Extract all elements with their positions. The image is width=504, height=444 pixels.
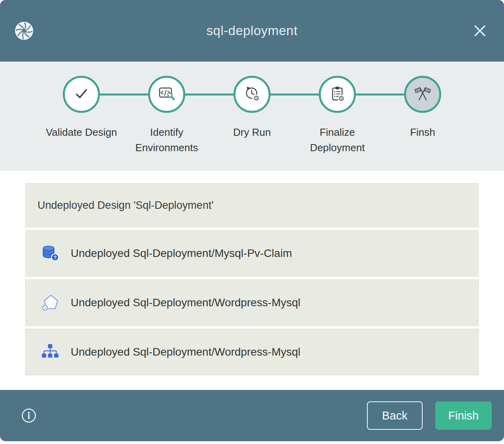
- result-row: ? Undeployed Sql-Deployment/Mysql-Pv-Cla…: [25, 230, 479, 277]
- deployment-results-panel: Undeployed Design 'Sql-Deployment' ? Und…: [25, 183, 479, 375]
- close-icon: [473, 33, 487, 39]
- results-area: Undeployed Design 'Sql-Deployment' ? Und…: [0, 171, 504, 390]
- step-circle: [63, 76, 100, 113]
- design-result-header: Undeployed Design 'Sql-Deployment': [25, 183, 479, 227]
- deployment-wizard-modal: sql-deployment: [0, 0, 504, 441]
- step-circle: [148, 76, 185, 113]
- close-button[interactable]: [473, 24, 487, 38]
- step-circle: ⚙: [233, 76, 271, 113]
- design-result-text: Undeployed Design 'Sql-Deployment': [38, 199, 214, 212]
- pod-pentagon-icon: [40, 292, 60, 313]
- back-button[interactable]: Back: [367, 401, 422, 430]
- step-label: Finalize Deployment: [301, 125, 374, 155]
- svg-text:⚙: ⚙: [253, 94, 260, 102]
- svg-text:?: ?: [54, 255, 57, 260]
- info-icon: [21, 419, 37, 425]
- check-icon: [72, 84, 90, 104]
- svg-text:⚙: ⚙: [338, 94, 344, 103]
- step-validate-design[interactable]: Validate Design: [39, 62, 124, 155]
- modal-footer: Back Finish: [0, 390, 504, 441]
- step-finish[interactable]: Finsh: [380, 62, 465, 155]
- info-button[interactable]: [21, 407, 37, 424]
- result-text: Undeployed Sql-Deployment/Wordpress-Mysq…: [71, 346, 301, 358]
- service-tree-icon: [40, 342, 60, 362]
- result-text: Undeployed Sql-Deployment/Wordpress-Mysq…: [71, 296, 301, 309]
- step-identify-environments[interactable]: Identify Environments: [124, 62, 209, 155]
- step-label: Validate Design: [46, 125, 117, 140]
- wizard-stepper: Validate Design: [0, 62, 504, 171]
- step-finalize-deployment[interactable]: ⚙ Finalize Deployment: [295, 62, 380, 155]
- code-wrench-icon: [158, 84, 176, 104]
- database-icon: ?: [40, 243, 60, 264]
- modal-header: sql-deployment: [0, 0, 504, 62]
- step-circle: ⚙: [319, 76, 356, 113]
- modal-title: sql-deployment: [0, 23, 504, 38]
- step-dry-run[interactable]: ⚙ Dry Run: [209, 62, 295, 155]
- result-text: Undeployed Sql-Deployment/Mysql-Pv-Claim: [71, 247, 292, 260]
- step-label: Identify Environments: [130, 125, 203, 155]
- step-label: Dry Run: [233, 125, 271, 140]
- history-gear-icon: ⚙: [243, 84, 261, 104]
- checkered-flags-icon: [414, 84, 432, 104]
- clipboard-gear-icon: ⚙: [328, 84, 346, 104]
- result-row: Undeployed Sql-Deployment/Wordpress-Mysq…: [25, 279, 479, 326]
- step-label: Finsh: [410, 125, 435, 140]
- step-circle: [404, 76, 441, 113]
- finish-button[interactable]: Finish: [435, 401, 492, 430]
- result-row: Undeployed Sql-Deployment/Wordpress-Mysq…: [25, 329, 479, 375]
